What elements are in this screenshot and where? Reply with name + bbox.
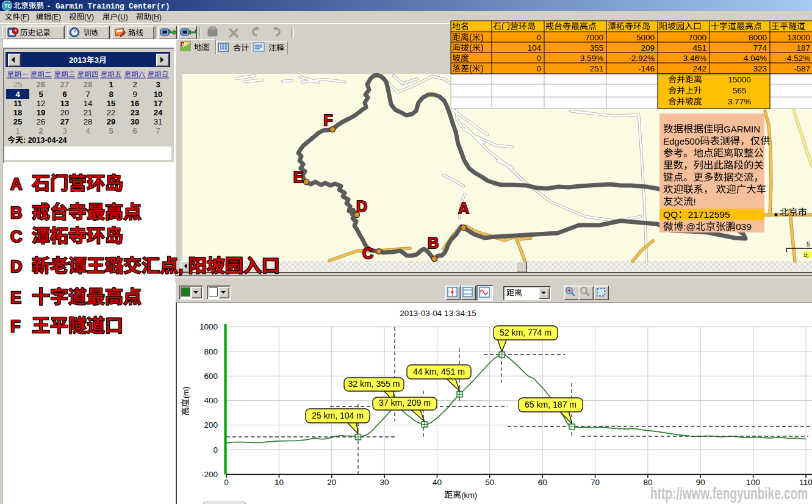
svg-text:29: 29 <box>107 117 115 126</box>
svg-text:10: 10 <box>154 90 162 99</box>
svg-text:209: 209 <box>641 43 655 52</box>
svg-text:10: 10 <box>275 478 284 487</box>
svg-text:15: 15 <box>107 99 115 108</box>
svg-text:60: 60 <box>538 478 547 487</box>
svg-text:5000: 5000 <box>636 33 655 42</box>
svg-text:2: 2 <box>132 80 137 89</box>
svg-text:8000: 8000 <box>749 33 767 42</box>
svg-text:(F): (F) <box>20 13 29 21</box>
svg-text:(U): (U) <box>118 13 128 21</box>
svg-text:19: 19 <box>37 108 45 117</box>
svg-text::@: :@ <box>683 221 695 232</box>
svg-text:3.59%: 3.59% <box>580 54 603 63</box>
svg-text:F: F <box>10 317 21 336</box>
svg-text:6: 6 <box>132 126 137 135</box>
svg-text:A: A <box>458 200 469 217</box>
svg-text:5: 5 <box>807 241 810 248</box>
svg-text:0: 0 <box>213 445 218 455</box>
svg-text:3: 3 <box>156 80 160 89</box>
svg-text:2: 2 <box>38 126 43 135</box>
svg-text:24: 24 <box>154 108 163 117</box>
svg-text:GARMIN: GARMIN <box>724 124 760 134</box>
svg-text:D: D <box>356 198 367 215</box>
svg-text:200: 200 <box>204 420 218 430</box>
svg-text:28: 28 <box>84 117 92 126</box>
svg-text:565: 565 <box>733 86 747 95</box>
svg-text:(V): (V) <box>84 13 94 21</box>
svg-text:QQ: QQ <box>663 209 678 220</box>
svg-text:52 km, 774 m: 52 km, 774 m <box>500 328 552 337</box>
svg-text:E: E <box>10 289 21 307</box>
svg-text:3.46%: 3.46% <box>683 54 706 63</box>
svg-text:20: 20 <box>60 108 69 117</box>
svg-text:4: 4 <box>85 126 90 135</box>
svg-text:(: ( <box>469 43 472 52</box>
svg-text:13000: 13000 <box>787 33 810 42</box>
svg-text:7000: 7000 <box>585 33 603 42</box>
svg-text:16: 16 <box>131 99 139 108</box>
svg-text:B: B <box>10 204 23 222</box>
svg-text:8: 8 <box>109 90 113 99</box>
svg-text:44 km, 451 m: 44 km, 451 m <box>413 367 465 376</box>
svg-text:-2.92%: -2.92% <box>628 54 655 63</box>
svg-text:N: N <box>182 43 184 46</box>
svg-text:3.77%: 3.77% <box>728 97 751 106</box>
svg-text:104: 104 <box>527 43 541 52</box>
svg-text:D: D <box>10 257 23 276</box>
svg-text:(: ( <box>469 63 472 73</box>
svg-text:0: 0 <box>536 33 541 42</box>
svg-text:23: 23 <box>131 108 139 117</box>
svg-text:70: 70 <box>591 478 600 487</box>
svg-text:21: 21 <box>84 108 92 117</box>
svg-text:1: 1 <box>15 126 20 135</box>
svg-text:30: 30 <box>131 117 139 126</box>
svg-text:26: 26 <box>37 80 45 89</box>
svg-text:7000: 7000 <box>688 33 706 42</box>
svg-text:2013-03-04 13:34:15: 2013-03-04 13:34:15 <box>400 309 476 318</box>
svg-text:,: , <box>178 256 183 276</box>
svg-text:039: 039 <box>736 221 752 232</box>
svg-text:65 km, 187 m: 65 km, 187 m <box>525 400 577 409</box>
svg-text:32 km, 355 m: 32 km, 355 m <box>348 379 400 389</box>
svg-text:1000: 1000 <box>199 322 218 331</box>
svg-text:14: 14 <box>84 99 92 108</box>
svg-text:http://www.fengyunbike.com: http://www.fengyunbike.com <box>650 484 808 503</box>
svg-text:5: 5 <box>109 126 113 135</box>
svg-text:15000: 15000 <box>728 75 751 84</box>
svg-text:187: 187 <box>796 43 810 52</box>
svg-text:C: C <box>362 245 373 262</box>
svg-text:A: A <box>10 175 23 193</box>
svg-text:21712595: 21712595 <box>688 209 730 220</box>
svg-text:774: 774 <box>753 43 767 52</box>
svg-text:17: 17 <box>154 99 162 108</box>
svg-text:400: 400 <box>204 396 218 405</box>
svg-text:4: 4 <box>15 90 20 99</box>
svg-text:!: ! <box>694 196 696 207</box>
svg-text:0: 0 <box>536 54 541 63</box>
svg-text:F: F <box>323 112 332 129</box>
svg-text:251: 251 <box>589 64 603 73</box>
svg-text:50: 50 <box>485 478 494 487</box>
svg-text:451: 451 <box>692 43 706 52</box>
svg-text:-200: -200 <box>201 470 218 479</box>
svg-text:27: 27 <box>60 117 69 126</box>
svg-text:): ) <box>481 32 484 42</box>
svg-text:600: 600 <box>204 372 218 381</box>
svg-text:(E): (E) <box>51 13 61 21</box>
svg-text:355: 355 <box>589 43 603 52</box>
svg-text:800: 800 <box>204 347 218 356</box>
svg-text:E: E <box>293 168 304 185</box>
svg-text:26: 26 <box>37 117 45 126</box>
svg-text:): ) <box>481 43 484 52</box>
svg-text:7: 7 <box>156 126 160 135</box>
svg-text:18: 18 <box>13 108 22 117</box>
svg-text:C: C <box>10 228 23 246</box>
svg-text:-146: -146 <box>638 64 655 73</box>
svg-text:(H): (H) <box>151 13 162 21</box>
svg-text:22: 22 <box>107 108 115 117</box>
svg-text:Edge500: Edge500 <box>663 136 700 146</box>
svg-text:242: 242 <box>692 64 706 73</box>
svg-text:11: 11 <box>13 99 22 108</box>
svg-text:30: 30 <box>380 478 389 487</box>
svg-text:3: 3 <box>62 126 66 135</box>
